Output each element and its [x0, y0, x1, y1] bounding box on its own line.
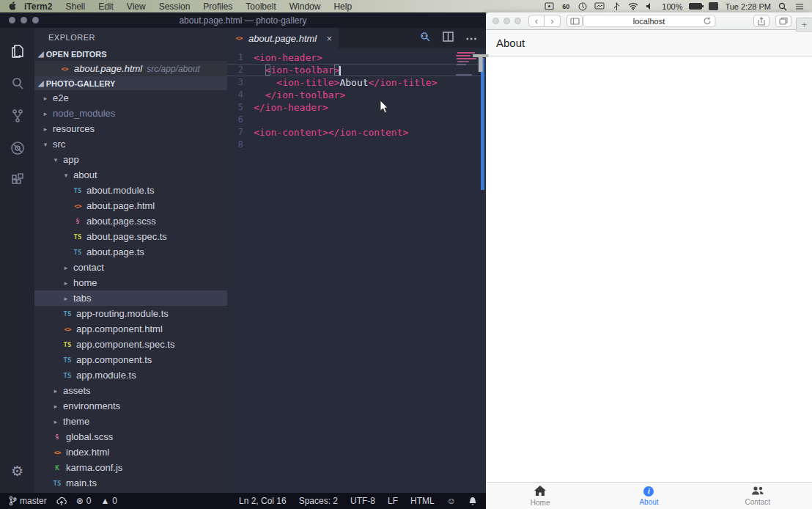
menu-toolbelt[interactable]: Toolbelt	[239, 1, 282, 12]
new-tab-button[interactable]: +	[796, 18, 812, 32]
tree-item-about[interactable]: ▾about	[34, 167, 227, 183]
clock-status-icon[interactable]	[577, 2, 588, 11]
feedback-smiley-icon[interactable]: ☺	[447, 496, 456, 506]
zoom-window-button[interactable]	[32, 17, 39, 23]
menu-window[interactable]: Window	[283, 1, 328, 12]
code-line-1[interactable]: 1<ion-header>	[227, 51, 486, 64]
more-actions-icon[interactable]: ⋯	[465, 32, 477, 45]
tree-item-home[interactable]: ▸home	[34, 275, 227, 290]
debug-disabled-icon[interactable]	[1, 132, 34, 164]
search-icon[interactable]	[1, 67, 34, 100]
tree-item-app-component-ts[interactable]: TSapp.component.ts	[34, 352, 227, 367]
tree-item-about-page-html[interactable]: <>about.page.html	[34, 198, 227, 213]
input-source-icon[interactable]	[709, 2, 718, 10]
tab-overview-icon[interactable]	[775, 15, 791, 27]
tree-item-node-modules[interactable]: ▸node_modules	[34, 106, 227, 121]
menu-edit[interactable]: Edit	[92, 1, 120, 12]
tree-item-resources[interactable]: ▸resources	[34, 121, 227, 136]
errors-indicator[interactable]: ⊗ 0	[76, 496, 92, 506]
minimize-window-button[interactable]	[503, 18, 510, 24]
battery-icon[interactable]	[689, 3, 702, 10]
close-tab-icon[interactable]: ×	[326, 33, 332, 44]
sixty-fps-icon[interactable]: 60	[561, 2, 571, 11]
share-icon[interactable]	[753, 15, 769, 27]
open-preview-icon[interactable]	[419, 31, 431, 45]
tree-item-about-page-scss[interactable]: §about.page.scss	[34, 213, 227, 229]
tab-about-page-html[interactable]: <> about.page.html ×	[227, 28, 339, 48]
open-editors-section[interactable]: ◢ OPEN EDITORS	[34, 47, 227, 61]
git-branch-indicator[interactable]: master	[9, 496, 47, 506]
reload-icon[interactable]	[703, 17, 711, 26]
menu-shell[interactable]: Shell	[59, 1, 92, 12]
screen-recording-icon[interactable]	[544, 2, 554, 11]
indentation-setting[interactable]: Spaces: 2	[299, 496, 338, 506]
tree-item-contact[interactable]: ▸contact	[34, 260, 227, 275]
menu-iterm2[interactable]: iTerm2	[18, 1, 59, 12]
code-editor[interactable]: 1<ion-header>2 <ion-toolbar>3 <ion-title…	[227, 48, 486, 493]
cursor-position[interactable]: Ln 2, Col 16	[239, 496, 287, 506]
menu-help[interactable]: Help	[327, 1, 358, 12]
warnings-indicator[interactable]: ▲ 0	[100, 496, 117, 506]
vscode-title-bar[interactable]: about.page.html — photo-gallery	[0, 12, 486, 28]
vscode-traffic-lights[interactable]	[9, 17, 39, 23]
ionic-tab-home[interactable]: Home	[486, 483, 594, 509]
notification-center-icon[interactable]	[794, 2, 805, 11]
split-editor-icon[interactable]	[443, 32, 454, 45]
forward-button[interactable]: ›	[545, 15, 561, 27]
tree-item-app-component-html[interactable]: <>app.component.html	[34, 321, 227, 337]
zoom-window-button[interactable]	[514, 18, 521, 24]
tree-item-environments[interactable]: ▸environments	[34, 398, 227, 414]
volume-icon[interactable]	[645, 2, 655, 11]
project-section-header[interactable]: ◢ PHOTO-GALLERY	[34, 76, 227, 90]
menu-profiles[interactable]: Profiles	[196, 1, 239, 12]
code-line-6[interactable]: 6	[227, 114, 486, 126]
menu-view[interactable]: View	[120, 1, 152, 12]
language-mode[interactable]: HTML	[410, 496, 435, 506]
notifications-bell-icon[interactable]	[468, 497, 477, 506]
publish-changes-icon[interactable]	[56, 497, 67, 506]
apple-menu-icon[interactable]	[7, 2, 18, 11]
menu-bar-clock[interactable]: Tue 2:28 PM	[725, 2, 771, 11]
tree-item-app-routing-module-ts[interactable]: TSapp-routing.module.ts	[34, 306, 227, 321]
address-bar[interactable]: localhost	[583, 15, 715, 27]
tree-item-app-module-ts[interactable]: TSapp.module.ts	[34, 367, 227, 383]
open-editor-about-page-html[interactable]: <> about.page.html src/app/about	[34, 61, 227, 76]
tree-item-src[interactable]: ▾src	[34, 136, 227, 152]
tree-item-app-component-spec-ts[interactable]: TSapp.component.spec.ts	[34, 337, 227, 352]
close-window-button[interactable]	[9, 17, 15, 23]
tree-item-about-page-spec-ts[interactable]: TSabout.page.spec.ts	[34, 229, 227, 244]
extensions-icon[interactable]	[1, 164, 34, 197]
minimize-window-button[interactable]	[21, 17, 27, 23]
tree-item-app[interactable]: ▾app	[34, 152, 227, 167]
tree-item-main-ts[interactable]: TSmain.ts	[34, 475, 227, 491]
code-line-8[interactable]: 8	[227, 139, 486, 151]
eol-setting[interactable]: LF	[388, 496, 398, 506]
editor-scrollbar[interactable]	[481, 58, 484, 190]
tree-item-assets[interactable]: ▸assets	[34, 383, 227, 398]
explorer-icon[interactable]	[1, 35, 34, 67]
tree-item-about-module-ts[interactable]: TSabout.module.ts	[34, 183, 227, 198]
code-line-2[interactable]: 2 <ion-toolbar>	[227, 64, 486, 76]
close-window-button[interactable]	[492, 18, 499, 24]
code-line-7[interactable]: 7<ion-content></ion-content>	[227, 126, 486, 139]
tree-item-karma-conf-js[interactable]: Kkarma.conf.js	[34, 460, 227, 475]
ionic-tab-about[interactable]: iAbout	[594, 483, 703, 509]
tree-item-index-html[interactable]: <>index.html	[34, 444, 227, 460]
spotlight-icon[interactable]	[778, 2, 788, 11]
menu-session[interactable]: Session	[152, 1, 197, 12]
back-button[interactable]: ‹	[528, 15, 545, 27]
tree-item-global-scss[interactable]: §global.scss	[34, 429, 227, 444]
encoding-setting[interactable]: UTF-8	[350, 496, 375, 506]
code-line-5[interactable]: 5</ion-header>	[227, 101, 486, 114]
settings-gear-icon[interactable]: ⚙	[1, 455, 34, 487]
tree-item-about-page-ts[interactable]: TSabout.page.ts	[34, 244, 227, 260]
safari-traffic-lights[interactable]	[492, 18, 521, 24]
code-line-3[interactable]: 3 <ion-title>About</ion-title>	[227, 76, 486, 89]
code-line-4[interactable]: 4 </ion-toolbar>	[227, 89, 486, 101]
wifi-icon[interactable]	[628, 2, 638, 11]
tree-item-theme[interactable]: ▸theme	[34, 414, 227, 429]
source-control-icon[interactable]	[1, 100, 34, 132]
display-icon[interactable]	[594, 2, 605, 11]
tree-item-e2e[interactable]: ▸e2e	[34, 90, 227, 106]
ionic-tab-contact[interactable]: Contact	[704, 483, 812, 509]
